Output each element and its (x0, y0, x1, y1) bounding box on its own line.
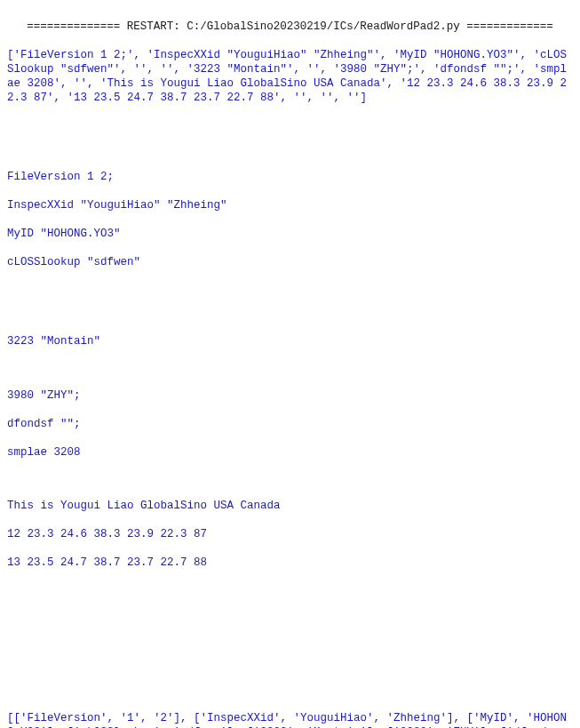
spacer (7, 685, 573, 697)
spacer (7, 474, 573, 485)
output-line: InspecXXid "YouguiHiao" "Zhheing" (7, 198, 573, 212)
output-list-raw: ['FileVersion 1 2;', 'InspecXXid "Yougui… (7, 49, 567, 104)
output-line: FileVersion 1 2; (7, 170, 573, 184)
spacer (7, 635, 573, 646)
spacer (7, 584, 573, 596)
output-line: 12 23.3 24.6 38.3 23.9 22.3 87 (7, 527, 573, 541)
output-line: 3223 "Montain" (7, 334, 573, 348)
spacer (7, 363, 573, 374)
output-line: 13 23.5 24.7 38.7 23.7 22.7 88 (7, 556, 573, 570)
output-line: cLOSSlookup "sdfwen" (7, 255, 573, 269)
restart-banner: ============== RESTART: C:/GlobalSino202… (7, 20, 573, 34)
spacer (7, 610, 573, 621)
spacer (7, 284, 573, 295)
spacer (7, 145, 573, 156)
spacer (7, 660, 573, 672)
output-line: dfondsf ""; (7, 417, 573, 431)
output-nested-list: [['FileVersion', '1', '2'], ['InspecXXid… (7, 712, 567, 729)
spacer (7, 309, 573, 321)
output-line: This is Yougui Liao GlobalSino USA Canad… (7, 499, 573, 513)
idle-shell-output[interactable]: ============== RESTART: C:/GlobalSino202… (0, 0, 580, 728)
output-line: MyID "HOHONG.YO3" (7, 227, 573, 241)
output-line: 3980 "ZHY"; (7, 388, 573, 403)
output-line: smplae 3208 (7, 445, 573, 460)
spacer (7, 119, 573, 131)
